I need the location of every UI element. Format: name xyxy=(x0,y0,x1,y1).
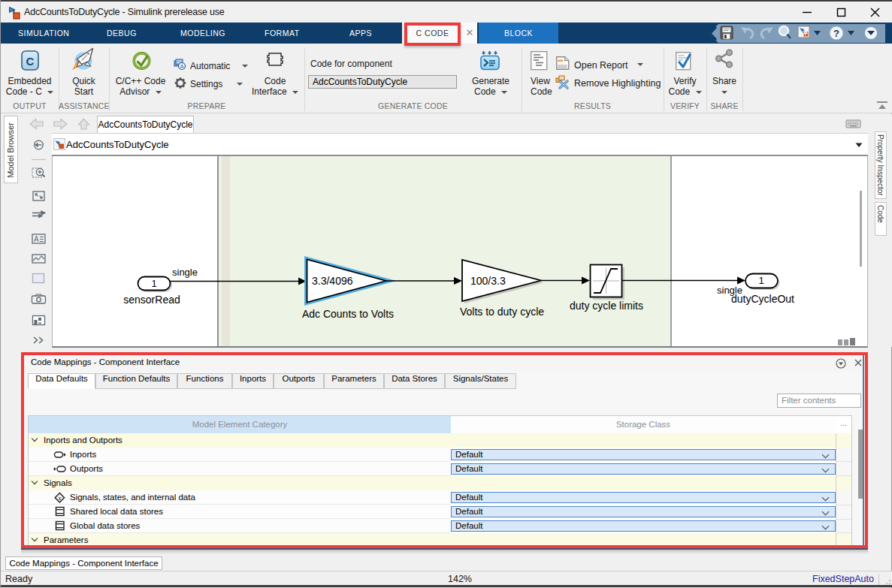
svg-text:Volts to duty cycle: Volts to duty cycle xyxy=(460,306,544,318)
svg-text:Adc Counts to Volts: Adc Counts to Volts xyxy=(302,308,394,320)
svg-text:1: 1 xyxy=(151,278,156,289)
svg-text:?: ? xyxy=(833,28,839,39)
svg-text:A: A xyxy=(34,235,39,243)
svg-text:dutyCycleOut: dutyCycleOut xyxy=(731,293,794,305)
svg-text:A: A xyxy=(180,64,184,69)
svg-text:sensorRead: sensorRead xyxy=(123,294,180,306)
svg-text:x: x xyxy=(57,494,61,502)
svg-text:duty cycle limits: duty cycle limits xyxy=(570,300,643,312)
svg-text:100/3.3: 100/3.3 xyxy=(470,275,506,287)
svg-text:3.3/4096: 3.3/4096 xyxy=(312,275,353,287)
svg-text:C: C xyxy=(26,55,35,68)
svg-text:single: single xyxy=(172,267,198,278)
svg-text:1: 1 xyxy=(758,275,763,286)
